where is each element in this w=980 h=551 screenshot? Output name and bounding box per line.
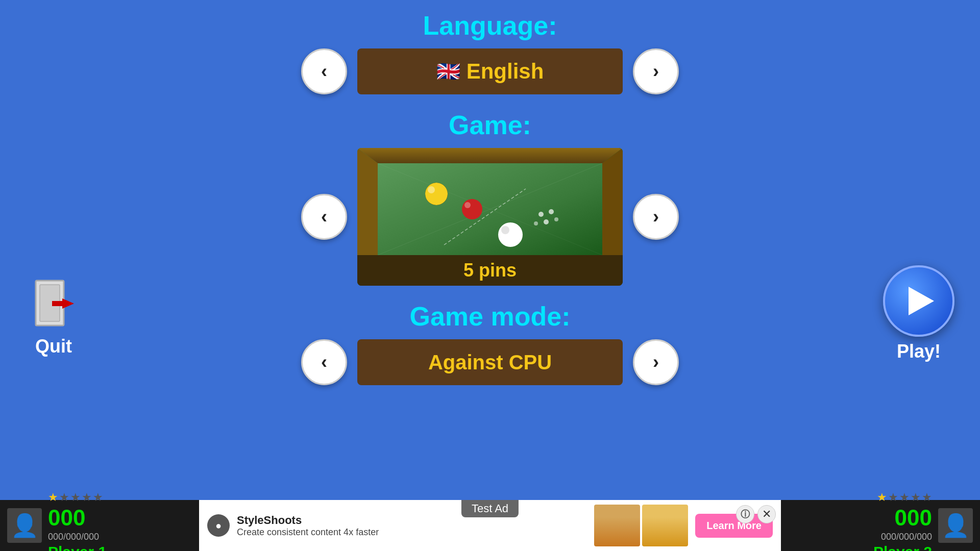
svg-point-14 bbox=[538, 212, 544, 217]
game-mode-display: Against CPU bbox=[357, 339, 623, 385]
ad-image-strip bbox=[594, 505, 688, 546]
language-next-button[interactable]: › bbox=[633, 48, 679, 94]
game-label-bar: 5 pins bbox=[357, 255, 623, 286]
player1-star-3: ★ bbox=[70, 491, 81, 504]
player2-stars: ★ ★ ★ ★ ★ bbox=[877, 491, 932, 504]
player1-star-1: ★ bbox=[48, 491, 58, 504]
svg-marker-0 bbox=[357, 148, 623, 163]
game-mode-next-button[interactable]: › bbox=[633, 339, 679, 385]
ad-image-2 bbox=[642, 505, 688, 546]
player2-star-5: ★ bbox=[922, 491, 932, 504]
play-label: Play! bbox=[897, 341, 941, 362]
language-label: Language: bbox=[423, 10, 557, 41]
language-prev-button[interactable]: ‹ bbox=[301, 48, 347, 94]
svg-point-16 bbox=[544, 219, 549, 224]
player2-star-4: ★ bbox=[911, 491, 921, 504]
svg-point-10 bbox=[462, 199, 482, 219]
player2-panel: ★ ★ ★ ★ ★ 000 000/000/000 Player 2 👤 bbox=[781, 500, 980, 551]
player1-info: ★ ★ ★ ★ ★ 000 000/000/000 Player 1 bbox=[48, 491, 107, 552]
ad-logo: ● bbox=[207, 514, 230, 537]
language-display: 🇬🇧 English bbox=[357, 48, 623, 94]
player2-record: 000/000/000 bbox=[881, 532, 932, 542]
game-selector-row: ‹ bbox=[301, 148, 679, 286]
play-circle-icon bbox=[883, 265, 954, 337]
play-button[interactable]: Play! bbox=[883, 265, 954, 362]
svg-point-13 bbox=[501, 226, 509, 234]
language-value: English bbox=[467, 59, 544, 84]
language-flag: 🇬🇧 bbox=[436, 60, 460, 83]
game-mode-label: Game mode: bbox=[410, 301, 571, 332]
game-prev-button[interactable]: ‹ bbox=[301, 194, 347, 240]
language-selector-row: ‹ 🇬🇧 English › bbox=[301, 48, 679, 94]
svg-marker-1 bbox=[357, 148, 378, 255]
game-mode-value: Against CPU bbox=[428, 351, 552, 374]
player1-name: Player 1 bbox=[48, 543, 107, 552]
player1-star-2: ★ bbox=[59, 491, 69, 504]
player1-star-5: ★ bbox=[93, 491, 103, 504]
ad-image-1 bbox=[594, 505, 640, 546]
main-content: Language: ‹ 🇬🇧 English › Game: ‹ bbox=[0, 0, 980, 367]
play-triangle-icon bbox=[909, 287, 934, 315]
game-mode-prev-button[interactable]: ‹ bbox=[301, 339, 347, 385]
player2-avatar-icon: 👤 bbox=[942, 512, 970, 539]
ad-test-label: Test Ad bbox=[461, 500, 519, 517]
quit-button[interactable]: Quit bbox=[26, 276, 82, 357]
ad-text-block: StyleShoots Create consistent content 4x… bbox=[237, 514, 587, 538]
game-image-area bbox=[357, 148, 623, 255]
game-image-box: 5 pins bbox=[357, 148, 623, 286]
player1-panel: 👤 ★ ★ ★ ★ ★ 000 000/000/000 Player 1 bbox=[0, 500, 199, 551]
ad-brand: StyleShoots bbox=[237, 514, 587, 527]
svg-rect-23 bbox=[52, 301, 63, 306]
player2-avatar: 👤 bbox=[938, 508, 973, 543]
player1-avatar: 👤 bbox=[7, 508, 42, 543]
player2-name: Player 2 bbox=[873, 543, 932, 552]
player2-star-1: ★ bbox=[877, 491, 887, 504]
player1-star-4: ★ bbox=[82, 491, 92, 504]
game-label: Game: bbox=[449, 110, 531, 140]
quit-icon bbox=[26, 276, 82, 332]
ad-tagline: Create consistent content 4x faster bbox=[237, 527, 587, 538]
player1-stars: ★ ★ ★ ★ ★ bbox=[48, 491, 107, 504]
ad-banner: Test Ad ● StyleShoots Create consistent … bbox=[199, 500, 781, 551]
player2-star-2: ★ bbox=[888, 491, 898, 504]
svg-point-8 bbox=[425, 183, 448, 205]
player2-score: 000 bbox=[895, 505, 932, 531]
svg-marker-22 bbox=[62, 298, 74, 309]
svg-point-17 bbox=[534, 221, 538, 226]
quit-label: Quit bbox=[35, 336, 72, 357]
player1-avatar-icon: 👤 bbox=[11, 512, 39, 539]
player2-info: ★ ★ ★ ★ ★ 000 000/000/000 Player 2 bbox=[873, 491, 932, 552]
ad-close-button[interactable]: ✕ bbox=[757, 505, 776, 523]
svg-point-9 bbox=[428, 186, 435, 193]
svg-point-11 bbox=[464, 202, 471, 208]
player1-score: 000 bbox=[48, 505, 107, 531]
svg-marker-2 bbox=[602, 148, 623, 255]
status-bar: 👤 ★ ★ ★ ★ ★ 000 000/000/000 Player 1 Tes… bbox=[0, 500, 980, 551]
ad-info-button[interactable]: ⓘ bbox=[736, 505, 754, 523]
game-next-button[interactable]: › bbox=[633, 194, 679, 240]
svg-point-18 bbox=[554, 217, 558, 221]
svg-point-15 bbox=[549, 209, 554, 214]
player1-record: 000/000/000 bbox=[48, 532, 107, 542]
player2-star-3: ★ bbox=[899, 491, 910, 504]
quit-door-svg bbox=[26, 276, 82, 332]
game-mode-selector-row: ‹ Against CPU › bbox=[301, 339, 679, 385]
billiard-scene-svg bbox=[357, 148, 623, 255]
svg-point-12 bbox=[498, 222, 523, 247]
game-name-label: 5 pins bbox=[463, 260, 517, 281]
